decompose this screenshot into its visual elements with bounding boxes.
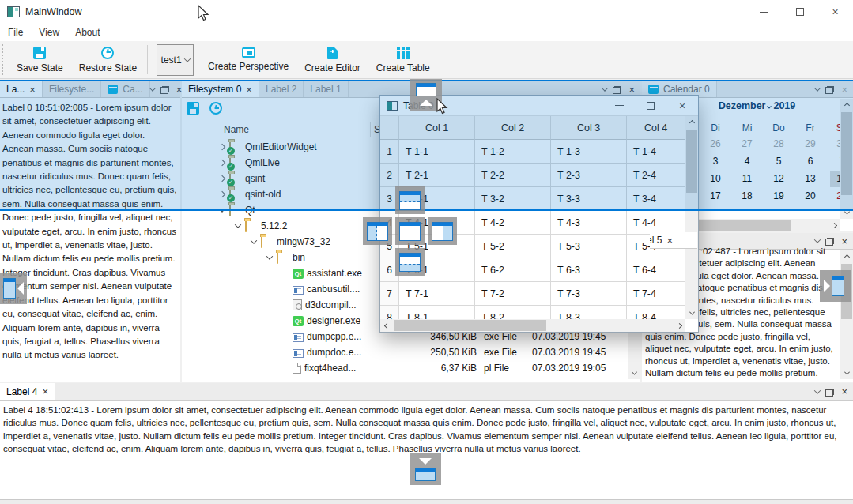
scroll-down-icon[interactable]	[628, 367, 640, 379]
collapse-icon[interactable]	[235, 221, 241, 228]
table-cell[interactable]: T 6-2	[475, 258, 551, 282]
dock-indicator-left[interactable]	[363, 217, 392, 245]
create-editor-button[interactable]: Create Editor	[296, 41, 368, 78]
table-cell[interactable]: T 5-3	[551, 235, 627, 258]
float-panel-icon[interactable]	[827, 389, 834, 395]
dock-indicator-bottom[interactable]	[395, 248, 425, 276]
table-row-number[interactable]: 7	[380, 282, 399, 306]
scroll-left-icon[interactable]	[380, 319, 393, 332]
tree-item-label: canbusutil....	[307, 284, 360, 295]
tree-item-label: dumpcpp.e...	[307, 331, 361, 342]
editor-icon	[327, 47, 338, 59]
scroll-down-icon[interactable]	[840, 367, 853, 379]
dock-edge-indicator-left[interactable]	[0, 273, 27, 304]
save-state-button[interactable]: Save State	[9, 41, 71, 78]
table-cell[interactable]: T 5-2	[475, 235, 551, 258]
file-type: exe File	[484, 331, 517, 342]
main-window: MainWindow × FileViewAbout Save State Re…	[0, 0, 853, 504]
table-cell[interactable]: T 8-1	[399, 306, 475, 320]
dock-indicator-center[interactable]	[395, 217, 425, 245]
minimize-icon	[760, 12, 768, 13]
perspective-dropdown[interactable]: test1	[157, 44, 194, 76]
tree-item-label: designer.exe	[307, 315, 360, 326]
table-cell[interactable]: T 7-1	[399, 282, 475, 306]
table-cell[interactable]: T 7-2	[475, 282, 551, 306]
save-state-label: Save State	[17, 62, 63, 73]
table-row: 7T 7-1T 7-2T 7-3T 7-4	[380, 282, 685, 306]
scroll-down-icon[interactable]	[685, 307, 698, 319]
toolbar: Save State Restore State test1 Create Pe…	[0, 41, 853, 79]
table-cell[interactable]: T 8-3	[551, 306, 627, 320]
table-row-number[interactable]: 8	[380, 306, 399, 320]
collapse-icon[interactable]	[251, 237, 257, 243]
dock-indicator-right[interactable]	[428, 217, 457, 245]
panel-menu-icon[interactable]	[814, 236, 821, 243]
tab-label4[interactable]: Label 4 ×	[0, 383, 55, 400]
close-panel-icon[interactable]: ×	[841, 236, 847, 246]
chevron-down-icon	[183, 55, 190, 62]
table-cell[interactable]: T 7-3	[551, 282, 627, 306]
table-row: 5T 5-1T 5-2T 5-3T 5-4	[380, 235, 685, 258]
scroll-right-icon[interactable]	[828, 219, 840, 231]
close-panel-icon[interactable]: ×	[841, 386, 847, 397]
file-date: 07.03.2019 19:45	[532, 347, 606, 358]
file-size: 250,50 KiB	[366, 347, 477, 358]
tab-label5-fragment[interactable]: Label 5 ×	[650, 232, 697, 249]
tree-item-label: mingw73_32	[277, 236, 330, 247]
minimize-button[interactable]	[746, 0, 782, 24]
dock-indicator-top[interactable]	[395, 186, 425, 214]
toolbar-grip[interactable]	[2, 44, 7, 75]
scroll-up-icon[interactable]	[840, 250, 853, 263]
menu-about[interactable]: About	[67, 24, 108, 40]
maximize-button[interactable]	[782, 0, 817, 24]
menu-file[interactable]: File	[0, 24, 31, 40]
create-editor-label: Create Editor	[304, 62, 360, 73]
table-cell[interactable]: T 4-2	[475, 211, 551, 235]
table-row: 6T 6-1T 6-2T 6-3T 6-4	[380, 258, 685, 282]
label4-tab-bar: Label 4 × ×	[0, 383, 853, 401]
restore-state-button[interactable]: Restore State	[71, 41, 145, 78]
drag-cursor	[436, 98, 449, 115]
create-table-button[interactable]: Create Table	[368, 41, 438, 78]
file-date: 07.03.2019 19:05	[532, 363, 606, 374]
tree-item-fixqt4head-[interactable]: fixqt4head...6,37 KiBpl File07.03.2019 1…	[182, 360, 628, 376]
tree-item-dumpdoc-e-[interactable]: dumpdoc.e...250,50 KiBexe File07.03.2019…	[182, 344, 628, 360]
file-date: 07.03.2019 19:45	[532, 331, 606, 342]
tab-close-icon[interactable]: ×	[666, 235, 673, 246]
create-perspective-button[interactable]: Create Perspective	[200, 41, 296, 78]
restore-icon	[101, 47, 114, 59]
tab-close-icon[interactable]: ×	[42, 386, 48, 397]
scroll-right-icon[interactable]	[673, 319, 685, 332]
table-cell[interactable]: T 6-3	[551, 258, 627, 282]
dock-edge-indicator-right[interactable]	[820, 270, 851, 302]
title-bar: MainWindow ×	[0, 0, 853, 24]
table-cell[interactable]: T 4-4	[627, 211, 685, 235]
perspective-value: test1	[161, 55, 182, 66]
close-icon: ×	[832, 6, 838, 17]
window-bottom-border	[0, 499, 853, 504]
toolbar-separator	[147, 45, 148, 74]
table-icon	[397, 47, 410, 59]
tab-label4-text: Label 4	[6, 386, 37, 397]
table-cell[interactable]: T 8-4	[627, 306, 685, 320]
create-perspective-label: Create Perspective	[208, 61, 289, 72]
save-icon	[33, 47, 46, 59]
table-cell[interactable]: T 6-4	[627, 258, 685, 282]
create-table-label: Create Table	[376, 62, 430, 73]
close-button[interactable]: ×	[817, 0, 853, 24]
panel-menu-icon[interactable]	[814, 387, 821, 393]
table-cell[interactable]: T 7-4	[627, 282, 685, 306]
tree-item-label: dumpdoc.e...	[307, 347, 361, 358]
table-cell[interactable]: T 8-2	[475, 306, 551, 320]
tree-item-label: 5.12.2	[261, 220, 287, 231]
dock-edge-indicator-bottom[interactable]	[410, 453, 441, 485]
window-title: MainWindow	[25, 6, 82, 17]
table-hscroll-thumb[interactable]	[394, 320, 546, 331]
table-hscrollbar[interactable]	[380, 319, 685, 332]
menu-view[interactable]: View	[31, 24, 67, 40]
table-cell[interactable]: T 4-3	[551, 211, 627, 235]
float-panel-icon[interactable]	[827, 238, 834, 244]
file-type: exe File	[484, 347, 517, 358]
collapse-icon[interactable]	[266, 253, 273, 259]
menu-bar: FileViewAbout	[0, 24, 853, 41]
